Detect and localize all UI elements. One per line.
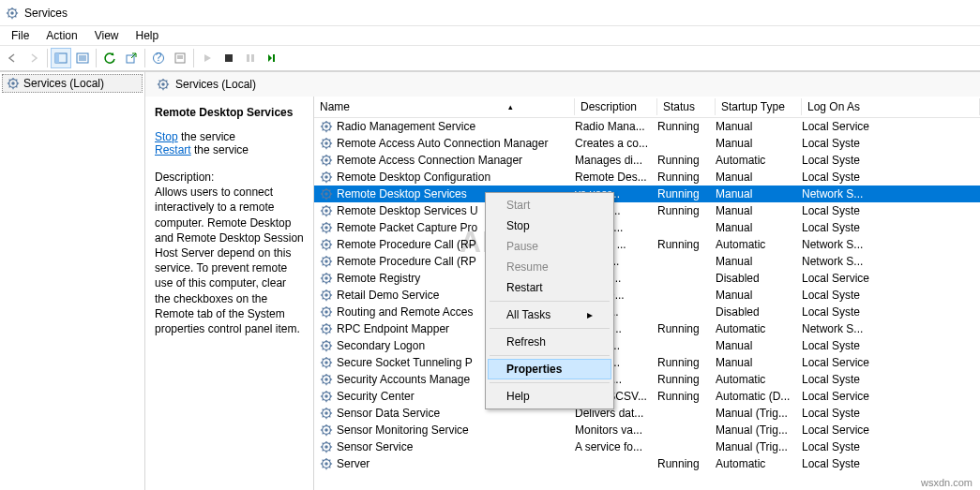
- detail-pane-button[interactable]: [72, 48, 93, 68]
- table-row[interactable]: Remote Access Connection ManagerManages …: [314, 152, 980, 169]
- toolbar: ?: [0, 45, 980, 71]
- gear-icon: [320, 187, 333, 200]
- service-name: Remote Registry: [337, 272, 420, 285]
- table-row[interactable]: ServerRunningAutomaticLocal Syste: [314, 455, 980, 472]
- service-name: Remote Procedure Call (RP: [337, 255, 476, 268]
- table-row[interactable]: Remote Desktop Servicesvs user...Running…: [314, 186, 980, 202]
- service-startup: Automatic: [716, 322, 802, 335]
- table-row[interactable]: Secondary Logonles star...ManualLocal Sy…: [314, 337, 980, 354]
- table-row[interactable]: Radio Management ServiceRadio Mana...Run…: [314, 118, 980, 135]
- service-status: Running: [657, 238, 716, 251]
- service-desc: Monitors va...: [575, 423, 657, 437]
- pause-service-button[interactable]: [240, 48, 261, 68]
- toolbar-separator: [96, 49, 97, 67]
- menu-action[interactable]: Action: [38, 27, 84, 44]
- menu-stop[interactable]: Stop: [488, 215, 611, 236]
- service-name: Security Center: [337, 390, 415, 403]
- service-name-cell: Sensor Service: [320, 440, 575, 453]
- table-row[interactable]: Security CenterThe WSCSV...RunningAutoma…: [314, 388, 980, 405]
- service-startup: Automatic: [716, 154, 802, 167]
- service-logon: Local Service: [802, 390, 980, 403]
- sort-caret-icon: ▴: [508, 102, 513, 111]
- stop-tail: the service: [178, 130, 235, 143]
- show-hide-tree-button[interactable]: [51, 48, 71, 68]
- restart-service-link[interactable]: Restart: [155, 143, 191, 156]
- table-row[interactable]: Remote Registryles rem...DisabledLocal S…: [314, 270, 980, 287]
- refresh-button[interactable]: [99, 48, 120, 68]
- table-row[interactable]: Secure Socket Tunneling Pides su...Runni…: [314, 354, 980, 371]
- corner-watermark: wsxdn.com: [921, 477, 972, 488]
- table-row[interactable]: RPC Endpoint Mapperlves RP...RunningAuto…: [314, 320, 980, 337]
- gear-icon: [320, 305, 333, 319]
- col-header-description[interactable]: Description: [575, 97, 657, 117]
- forward-button[interactable]: [23, 48, 44, 68]
- gear-icon: [320, 204, 333, 217]
- app-icon: [6, 7, 19, 20]
- menu-view[interactable]: View: [87, 27, 127, 44]
- table-row[interactable]: Remote Access Auto Connection ManagerCre…: [314, 135, 980, 152]
- service-logon: Local Syste: [802, 440, 980, 453]
- selected-service-title: Remote Desktop Services: [155, 106, 304, 119]
- service-name: RPC Endpoint Mapper: [337, 322, 449, 335]
- menu-refresh[interactable]: Refresh: [488, 332, 611, 352]
- svg-rect-24: [251, 54, 254, 62]
- menu-help[interactable]: Help: [128, 27, 167, 44]
- restart-service-button[interactable]: [262, 48, 282, 68]
- col-header-status[interactable]: Status: [657, 97, 716, 117]
- service-startup: Manual: [716, 204, 802, 217]
- table-row[interactable]: Routing and Remote Accesrs routi...Disab…: [314, 304, 980, 320]
- service-logon: Local Syste: [802, 137, 980, 150]
- col-header-logon[interactable]: Log On As: [802, 97, 980, 117]
- toolbar-separator: [193, 49, 194, 67]
- col-header-name[interactable]: Name▴: [314, 97, 575, 117]
- service-logon: Local Syste: [802, 204, 980, 217]
- table-row[interactable]: Sensor Data ServiceDelivers dat...Manual…: [314, 405, 980, 422]
- menu-file[interactable]: File: [4, 27, 37, 44]
- service-startup: Automatic: [716, 238, 802, 251]
- table-row[interactable]: Sensor Monitoring ServiceMonitors va...M…: [314, 422, 980, 438]
- menu-all-tasks[interactable]: All Tasks▸: [488, 304, 611, 325]
- submenu-arrow-icon: ▸: [587, 308, 593, 321]
- table-row[interactable]: Remote Desktop Services Uvs the r...Runn…: [314, 202, 980, 219]
- properties-button[interactable]: [170, 48, 190, 68]
- table-row[interactable]: Remote Packet Capture Provs to ca...Manu…: [314, 219, 980, 236]
- table-row[interactable]: Security Accounts Managestartup ...Runni…: [314, 371, 980, 388]
- table-row[interactable]: Remote Procedure Call (RPRPCSS ...Runnin…: [314, 236, 980, 253]
- stop-service-button[interactable]: [219, 48, 239, 68]
- table-row[interactable]: Remote Desktop ConfigurationRemote Des..…: [314, 169, 980, 186]
- menu-restart[interactable]: Restart: [488, 277, 611, 298]
- service-name: Sensor Monitoring Service: [337, 423, 469, 437]
- svg-text:?: ?: [156, 52, 162, 64]
- service-startup: Automatic: [716, 373, 802, 386]
- gear-icon: [320, 407, 333, 420]
- back-button[interactable]: [2, 48, 23, 68]
- table-row[interactable]: Remote Procedure Call (RPindows...Manual…: [314, 253, 980, 270]
- menu-start[interactable]: Start: [488, 195, 611, 215]
- service-status: Running: [657, 356, 716, 369]
- gear-icon: [320, 238, 333, 251]
- export-button[interactable]: [121, 48, 142, 68]
- menu-help[interactable]: Help: [488, 386, 611, 407]
- service-status: Running: [657, 322, 716, 335]
- service-startup: Manual (Trig...: [716, 440, 802, 453]
- gear-icon: [320, 457, 333, 470]
- service-startup: Manual: [716, 137, 802, 150]
- gear-icon: [320, 137, 333, 150]
- restart-tail: the service: [191, 143, 249, 156]
- start-service-button[interactable]: [197, 48, 218, 68]
- service-logon: Local Syste: [802, 305, 980, 319]
- service-logon: Local Syste: [802, 154, 980, 167]
- stop-service-link[interactable]: Stop: [155, 130, 178, 143]
- service-desc: Radio Mana...: [575, 120, 657, 133]
- table-row[interactable]: Retail Demo ServiceRetail D...ManualLoca…: [314, 287, 980, 304]
- gear-icon: [157, 78, 170, 91]
- service-name-cell: Remote Access Auto Connection Manager: [320, 137, 575, 150]
- menu-pause[interactable]: Pause: [488, 236, 611, 257]
- gear-icon: [320, 440, 333, 453]
- help-button[interactable]: ?: [148, 48, 169, 68]
- table-row[interactable]: Sensor ServiceA service fo...Manual (Tri…: [314, 438, 980, 455]
- tree-root-item[interactable]: Services (Local): [2, 74, 143, 93]
- col-header-startup[interactable]: Startup Type: [716, 97, 802, 117]
- menu-resume[interactable]: Resume: [488, 257, 611, 277]
- menu-properties[interactable]: Properties: [488, 359, 611, 379]
